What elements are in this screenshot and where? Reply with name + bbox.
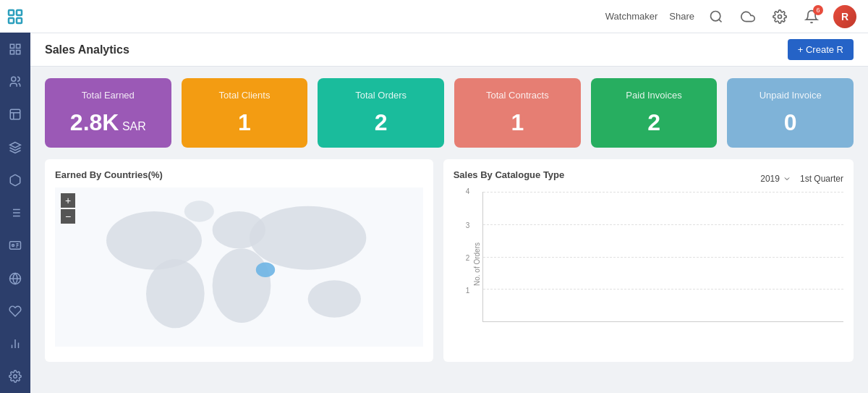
avatar[interactable]: R: [833, 5, 856, 28]
page-title: Sales Analytics: [45, 43, 129, 56]
svg-rect-0: [9, 10, 14, 15]
svg-marker-12: [10, 142, 21, 148]
svg-rect-9: [10, 110, 20, 120]
sidebar-item-handshake[interactable]: [0, 296, 30, 326]
quarter-label: 1st Quarter: [800, 174, 843, 184]
sidebar: [0, 0, 30, 393]
stat-card-2[interactable]: Total Orders 2: [318, 78, 444, 148]
sidebar-logo[interactable]: [0, 0, 30, 33]
svg-rect-1: [17, 10, 22, 15]
svg-point-33: [213, 248, 271, 323]
notifications-icon[interactable]: 6: [801, 7, 822, 27]
stat-cards-row: Total Earned 2.8K SAR Total Clients 1 To…: [45, 78, 854, 148]
year-selector[interactable]: 2019: [760, 174, 791, 184]
sidebar-item-users[interactable]: [0, 67, 30, 96]
charts-row: Earned By Countries(%) + −: [45, 159, 854, 362]
stat-card-value-3: 1: [467, 109, 568, 136]
svg-point-8: [12, 77, 16, 81]
svg-rect-5: [17, 44, 20, 48]
avatar-initials: R: [833, 5, 856, 28]
share-label: Share: [669, 11, 694, 22]
content-area: Total Earned 2.8K SAR Total Clients 1 To…: [30, 67, 868, 393]
stat-card-title-4: Paid Invoices: [604, 90, 705, 101]
svg-rect-3: [17, 18, 22, 23]
sidebar-item-layers[interactable]: [0, 132, 30, 162]
svg-rect-2: [9, 18, 14, 23]
stat-card-5[interactable]: Unpaid Invoice 0: [727, 78, 854, 148]
svg-line-28: [719, 19, 722, 22]
svg-point-36: [256, 262, 275, 277]
bar-chart-area: No. of Orders 4 3 2 1: [454, 192, 843, 351]
y-label-3: 3: [466, 221, 470, 229]
y-label-4: 4: [466, 187, 470, 195]
y-axis-label: No. of Orders: [472, 242, 480, 286]
stat-card-title-5: Unpaid Invoice: [740, 90, 841, 101]
stat-card-value-4: 2: [604, 109, 705, 136]
svg-point-34: [250, 206, 366, 270]
svg-point-31: [146, 259, 205, 328]
bar-chart-header: Sales By Catalogue Type 2019 1st Quarter: [454, 169, 843, 187]
sidebar-item-dashboard[interactable]: [0, 34, 30, 64]
map-panel: Earned By Countries(%) + −: [45, 159, 433, 362]
search-icon[interactable]: [706, 7, 726, 27]
cloud-icon[interactable]: [738, 7, 758, 27]
page-header: Sales Analytics + Create R: [30, 33, 868, 67]
y-label-2: 2: [466, 254, 470, 262]
svg-point-26: [14, 375, 17, 379]
bar-chart-panel: Sales By Catalogue Type 2019 1st Quarter…: [443, 159, 854, 362]
stat-card-0[interactable]: Total Earned 2.8K SAR: [45, 78, 171, 148]
notification-badge: 6: [813, 5, 823, 15]
svg-rect-6: [10, 50, 14, 54]
svg-point-29: [778, 14, 782, 18]
stat-card-3[interactable]: Total Contracts 1: [454, 78, 581, 148]
year-value: 2019: [760, 174, 780, 184]
stat-card-title-3: Total Contracts: [467, 90, 568, 101]
sidebar-item-analytics[interactable]: [0, 329, 30, 358]
map-title: Earned By Countries(%): [55, 169, 423, 180]
y-label-1: 1: [466, 287, 470, 295]
svg-rect-4: [10, 44, 14, 48]
create-button[interactable]: + Create R: [788, 39, 854, 60]
stat-card-title-0: Total Earned: [58, 90, 158, 101]
stat-card-value-1: 1: [195, 109, 295, 136]
stat-card-1[interactable]: Total Clients 1: [182, 78, 308, 148]
svg-point-20: [12, 245, 14, 247]
stat-card-value-2: 2: [331, 109, 431, 136]
sidebar-item-list[interactable]: [0, 198, 30, 227]
sidebar-item-settings[interactable]: [0, 362, 30, 392]
stat-card-title-1: Total Clients: [195, 90, 295, 101]
bar-chart-title: Sales By Catalogue Type: [454, 169, 565, 180]
map-container: + −: [55, 187, 423, 347]
chart-grid: 4 3 2 1: [482, 192, 843, 322]
main-content: Watchmaker Share 6 R Sales Analytics + C…: [30, 0, 868, 393]
sidebar-item-id[interactable]: [0, 231, 30, 261]
svg-rect-7: [17, 50, 20, 54]
stat-card-4[interactable]: Paid Invoices 2: [591, 78, 718, 148]
watchmaker-label: Watchmaker: [605, 11, 658, 22]
settings-icon[interactable]: [770, 7, 790, 27]
svg-point-35: [308, 280, 361, 317]
stat-card-value-5: 0: [740, 109, 841, 136]
stat-card-title-2: Total Orders: [331, 90, 431, 101]
sidebar-item-files[interactable]: [0, 100, 30, 130]
svg-point-27: [711, 11, 720, 20]
stat-card-value-0: 2.8K SAR: [58, 109, 158, 136]
sidebar-item-globe[interactable]: [0, 263, 30, 293]
svg-point-37: [184, 200, 214, 221]
svg-point-30: [106, 211, 202, 270]
sidebar-item-packages[interactable]: [0, 165, 30, 195]
topbar: Watchmaker Share 6 R: [30, 0, 868, 33]
